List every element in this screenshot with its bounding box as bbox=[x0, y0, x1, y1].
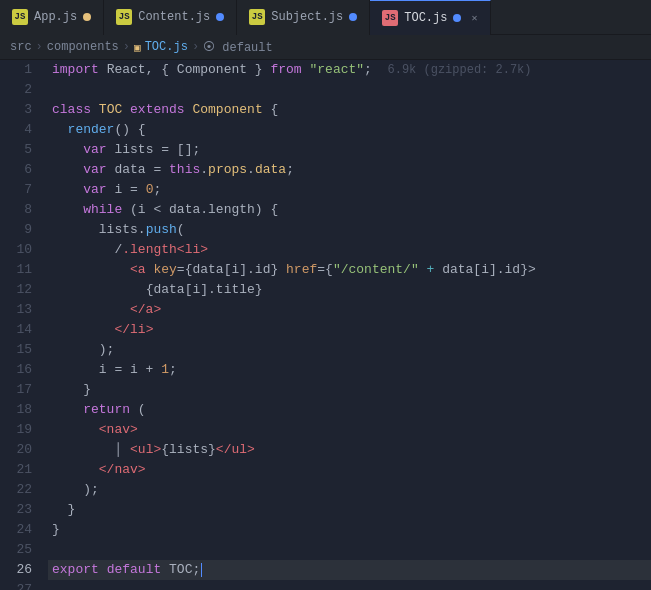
line-num-16: 16 bbox=[0, 360, 48, 380]
line-num-24: 24 bbox=[0, 520, 48, 540]
line-content-24: } bbox=[48, 520, 651, 540]
breadcrumb-src: src bbox=[10, 40, 32, 54]
line-num-26: 26 bbox=[0, 560, 48, 580]
breadcrumb-sep2: › bbox=[123, 40, 130, 54]
code-line-2: 2 bbox=[0, 80, 651, 100]
line-content-14: </li> bbox=[48, 320, 651, 340]
line-num-1: 1 bbox=[0, 60, 48, 80]
line-num-7: 7 bbox=[0, 180, 48, 200]
line-num-15: 15 bbox=[0, 340, 48, 360]
line-content-1: import React, { Component } from "react"… bbox=[48, 60, 651, 80]
js-icon-app: JS bbox=[12, 9, 28, 25]
line-num-9: 9 bbox=[0, 220, 48, 240]
line-content-8: while (i < data.length) { bbox=[48, 200, 651, 220]
line-num-25: 25 bbox=[0, 540, 48, 560]
code-line-5: 5 var lists = []; bbox=[0, 140, 651, 160]
line-content-25 bbox=[48, 540, 651, 560]
tab-content-js[interactable]: JS Content.js bbox=[104, 0, 237, 35]
js-icon-toc: JS bbox=[382, 10, 398, 26]
code-line-24: 24 } bbox=[0, 520, 651, 540]
code-line-9: 9 lists.push( bbox=[0, 220, 651, 240]
breadcrumb-file: TOC.js bbox=[145, 40, 188, 54]
code-editor[interactable]: 1 import React, { Component } from "reac… bbox=[0, 60, 651, 590]
line-num-3: 3 bbox=[0, 100, 48, 120]
tab-label-app: App.js bbox=[34, 10, 77, 24]
code-line-27: 27 bbox=[0, 580, 651, 590]
line-num-19: 19 bbox=[0, 420, 48, 440]
line-content-20: │ <ul>{lists}</ul> bbox=[48, 440, 651, 460]
line-num-23: 23 bbox=[0, 500, 48, 520]
line-content-19: <nav> bbox=[48, 420, 651, 440]
code-line-8: 8 while (i < data.length) { bbox=[0, 200, 651, 220]
line-content-3: class TOC extends Component { bbox=[48, 100, 651, 120]
line-num-27: 27 bbox=[0, 580, 48, 590]
line-content-7: var i = 0; bbox=[48, 180, 651, 200]
line-num-2: 2 bbox=[0, 80, 48, 100]
line-content-13: </a> bbox=[48, 300, 651, 320]
tab-bar: JS App.js JS Content.js JS Subject.js JS… bbox=[0, 0, 651, 35]
line-content-21: </nav> bbox=[48, 460, 651, 480]
tab-label-toc: TOC.js bbox=[404, 11, 447, 25]
code-line-12: 12 {data[i].title} bbox=[0, 280, 651, 300]
line-content-26: export default TOC; bbox=[48, 560, 651, 580]
file-icon: ▣ bbox=[134, 41, 141, 54]
line-num-4: 4 bbox=[0, 120, 48, 140]
line-num-20: 20 bbox=[0, 440, 48, 460]
text-cursor bbox=[201, 563, 202, 577]
code-line-6: 6 var data = this.props.data; bbox=[0, 160, 651, 180]
code-line-13: 13 </a> bbox=[0, 300, 651, 320]
code-line-17: 17 } bbox=[0, 380, 651, 400]
code-line-22: 22 ); bbox=[0, 480, 651, 500]
line-content-17: } bbox=[48, 380, 651, 400]
line-content-23: } bbox=[48, 500, 651, 520]
breadcrumb-sep3: › bbox=[192, 40, 199, 54]
breadcrumb: src › components › ▣ TOC.js › ⦿ default bbox=[0, 35, 651, 60]
breadcrumb-sep1: › bbox=[36, 40, 43, 54]
tab-unsaved-dot-content bbox=[216, 13, 224, 21]
js-icon-content: JS bbox=[116, 9, 132, 25]
code-line-14: 14 </li> bbox=[0, 320, 651, 340]
line-num-6: 6 bbox=[0, 160, 48, 180]
line-num-18: 18 bbox=[0, 400, 48, 420]
code-line-23: 23 } bbox=[0, 500, 651, 520]
line-content-4: render() { bbox=[48, 120, 651, 140]
line-content-27 bbox=[48, 580, 651, 590]
code-line-18: 18 return ( bbox=[0, 400, 651, 420]
line-num-22: 22 bbox=[0, 480, 48, 500]
code-line-4: 4 render() { bbox=[0, 120, 651, 140]
line-num-17: 17 bbox=[0, 380, 48, 400]
code-line-15: 15 ); bbox=[0, 340, 651, 360]
line-num-11: 11 bbox=[0, 260, 48, 280]
line-num-12: 12 bbox=[0, 280, 48, 300]
code-line-19: 19 <nav> bbox=[0, 420, 651, 440]
code-line-11: 11 <a key={data[i].id} href={"/content/"… bbox=[0, 260, 651, 280]
tab-toc-js[interactable]: JS TOC.js ✕ bbox=[370, 0, 490, 35]
code-line-7: 7 var i = 0; bbox=[0, 180, 651, 200]
line-num-14: 14 bbox=[0, 320, 48, 340]
breadcrumb-components: components bbox=[47, 40, 119, 54]
line-content-22: ); bbox=[48, 480, 651, 500]
line-content-9: lists.push( bbox=[48, 220, 651, 240]
line-num-5: 5 bbox=[0, 140, 48, 160]
tab-unsaved-dot-subject bbox=[349, 13, 357, 21]
tab-subject-js[interactable]: JS Subject.js bbox=[237, 0, 370, 35]
code-line-21: 21 </nav> bbox=[0, 460, 651, 480]
code-line-26: 26 export default TOC; bbox=[0, 560, 651, 580]
breadcrumb-symbol: ⦿ default bbox=[203, 40, 273, 55]
line-content-6: var data = this.props.data; bbox=[48, 160, 651, 180]
code-line-3: 3 class TOC extends Component { bbox=[0, 100, 651, 120]
tab-close-button-toc[interactable]: ✕ bbox=[471, 12, 477, 24]
line-content-2 bbox=[48, 80, 651, 100]
line-content-18: return ( bbox=[48, 400, 651, 420]
line-content-10: /.length<li> bbox=[48, 240, 651, 260]
line-num-10: 10 bbox=[0, 240, 48, 260]
js-icon-subject: JS bbox=[249, 9, 265, 25]
code-line-1: 1 import React, { Component } from "reac… bbox=[0, 60, 651, 80]
line-content-16: i = i + 1; bbox=[48, 360, 651, 380]
tab-unsaved-dot-toc bbox=[453, 14, 461, 22]
line-content-5: var lists = []; bbox=[48, 140, 651, 160]
line-num-13: 13 bbox=[0, 300, 48, 320]
line-content-15: ); bbox=[48, 340, 651, 360]
line-num-21: 21 bbox=[0, 460, 48, 480]
tab-app-js[interactable]: JS App.js bbox=[0, 0, 104, 35]
